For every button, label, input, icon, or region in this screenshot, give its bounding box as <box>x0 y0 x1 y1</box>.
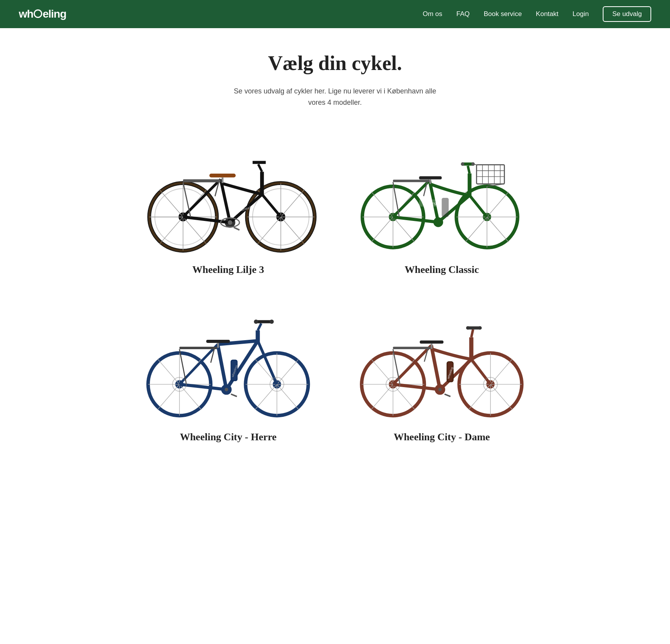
svg-point-60 <box>461 162 464 166</box>
svg-line-134 <box>440 359 471 389</box>
bike-name-lilje3: Wheeling Lilje 3 <box>192 264 264 276</box>
bike-card-city-dame[interactable]: wheeling Wheeling City - Dame <box>343 299 541 443</box>
svg-point-114 <box>225 387 228 391</box>
svg-rect-28 <box>209 174 235 178</box>
svg-line-26 <box>258 164 262 172</box>
svg-point-140 <box>478 326 482 330</box>
bike-card-city-herre[interactable]: wheeling Wheeling City - Herre <box>129 299 327 443</box>
svg-line-137 <box>471 329 473 337</box>
svg-rect-62 <box>419 176 442 179</box>
svg-line-52 <box>393 217 438 222</box>
bike-name-city-herre: Wheeling City - Herre <box>180 431 277 443</box>
svg-line-35 <box>234 227 239 230</box>
svg-rect-141 <box>420 340 444 343</box>
bike-image-city-dame: wheeling <box>343 299 541 424</box>
nav-faq[interactable]: FAQ <box>456 10 470 18</box>
svg-point-34 <box>228 220 233 225</box>
bike-image-classic: wheeling <box>343 132 541 257</box>
page-title: Vælg din cykel. <box>129 52 541 75</box>
svg-rect-107 <box>180 346 217 349</box>
svg-point-150 <box>438 387 442 391</box>
bike-name-classic: Wheeling Classic <box>405 264 479 276</box>
nav-om-os[interactable]: Om os <box>423 10 442 18</box>
svg-rect-105 <box>206 340 230 343</box>
bike-grid: wheeling Wheeling Lilje 3 <box>129 132 541 443</box>
nav-book-service[interactable]: Book service <box>484 10 522 18</box>
se-udvalg-button[interactable]: Se udvalg <box>603 6 651 22</box>
svg-line-101 <box>258 323 261 330</box>
bike-image-city-herre: wheeling <box>129 299 327 424</box>
svg-line-96 <box>218 344 226 389</box>
svg-rect-30 <box>183 179 221 182</box>
svg-line-135 <box>471 359 490 384</box>
main-nav: Om os FAQ Book service Kontakt Login Se … <box>423 6 651 22</box>
nav-kontakt[interactable]: Kontakt <box>536 10 559 18</box>
bike-name-city-dame: Wheeling City - Dame <box>393 431 490 443</box>
page-subtitle: Se vores udvalg af cykler her. Lige nu l… <box>129 86 541 108</box>
nav-login[interactable]: Login <box>573 10 589 18</box>
svg-rect-64 <box>393 179 429 182</box>
bike-card-lilje3[interactable]: wheeling Wheeling Lilje 3 <box>129 132 327 276</box>
svg-line-151 <box>445 394 451 396</box>
svg-text:wheeling: wheeling <box>422 201 436 205</box>
svg-line-58 <box>468 166 469 174</box>
svg-rect-78 <box>442 197 449 217</box>
svg-line-115 <box>231 394 237 396</box>
svg-point-103 <box>269 319 274 324</box>
svg-point-139 <box>466 326 470 330</box>
svg-line-56 <box>470 195 487 217</box>
bike-image-lilje3: wheeling <box>129 132 327 257</box>
bike-card-classic[interactable]: wheeling Wheeling Classic <box>343 132 541 276</box>
svg-rect-143 <box>393 346 431 349</box>
svg-point-104 <box>254 319 258 324</box>
site-logo[interactable]: wheling <box>19 8 66 20</box>
logo-ring-icon <box>34 9 42 18</box>
svg-line-24 <box>262 194 281 217</box>
